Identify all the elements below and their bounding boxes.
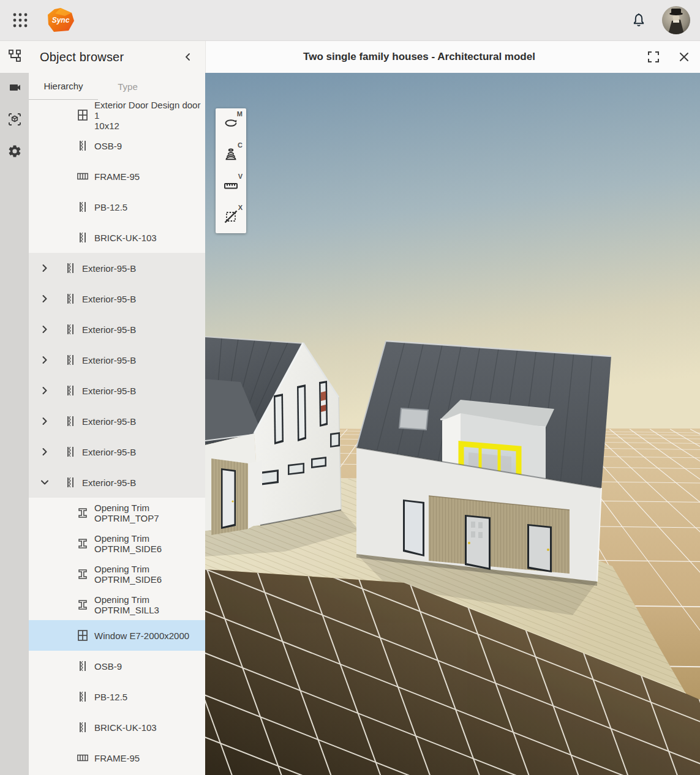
chevron-right-icon[interactable]	[40, 416, 50, 426]
wall-object-icon	[64, 415, 77, 427]
tree-item-label: Exterior-95-B	[82, 386, 136, 396]
scene-3d-canvas[interactable]: MCVX	[205, 73, 700, 775]
tree-item-label: BRICK-UK-103	[94, 722, 157, 733]
tree-item[interactable]: Exterior-95-B	[29, 467, 205, 498]
viewport-toolbar: MCVX	[216, 108, 246, 233]
tree-item-label: Opening TrimOPTRIM_SIDE6	[94, 564, 162, 585]
panel-tabs: Hierarchy Type	[29, 73, 205, 100]
avatar-mode-icon	[223, 146, 239, 165]
orbit-tool-button[interactable]: M	[216, 108, 246, 140]
trim-object-icon	[77, 599, 89, 611]
sidebar-item-settings[interactable]	[0, 137, 29, 168]
scene-skylight	[399, 408, 428, 430]
sync-logo[interactable]: Sync	[47, 7, 75, 33]
tree-item-label: FRAME-95	[94, 171, 140, 182]
tree-item[interactable]: PB-12.5	[29, 192, 205, 222]
tree-item-label: Window E7-2000x2000	[94, 631, 189, 641]
wall-object-icon	[77, 721, 89, 733]
chevron-right-icon[interactable]	[40, 386, 50, 395]
tree-item-label: PB-12.5	[94, 202, 127, 212]
chevron-right-icon[interactable]	[40, 294, 50, 304]
scene-left-house-extension	[211, 459, 262, 535]
orbit-icon	[223, 115, 239, 133]
tree-item[interactable]: OSB-9	[29, 130, 205, 161]
tree-item-label: OSB-9	[94, 661, 122, 672]
wall-object-icon	[64, 384, 77, 397]
cube-select-icon	[7, 112, 22, 129]
notifications-bell-icon[interactable]	[629, 10, 649, 30]
wall-object-icon	[77, 231, 89, 244]
window-object-icon	[77, 629, 89, 642]
tree-item[interactable]: Exterior-95-B	[29, 375, 205, 406]
tree-item[interactable]: PB-12.5	[29, 681, 205, 712]
tree-item[interactable]: Opening TrimOPTRIM_SILL3	[29, 590, 205, 620]
viewport-header: Two single family houses - Architectural…	[205, 41, 700, 73]
measure-ruler-icon	[223, 178, 239, 196]
trim-object-icon	[77, 568, 89, 580]
collapse-panel-icon[interactable]	[179, 48, 197, 66]
clip-plane-off-icon	[223, 209, 239, 227]
chevron-right-icon[interactable]	[40, 447, 50, 457]
chevron-down-icon[interactable]	[40, 477, 50, 487]
tree-item[interactable]: Opening TrimOPTRIM_TOP7	[29, 498, 205, 528]
chevron-right-icon[interactable]	[40, 324, 50, 334]
tree-item[interactable]: OSB-9	[29, 651, 205, 681]
tree-item[interactable]: Opening TrimOPTRIM_SIDE6	[29, 528, 205, 559]
tree-item[interactable]: Opening TrimOPTRIM_SIDE6	[29, 559, 205, 590]
trim-object-icon	[77, 507, 89, 519]
frame-object-icon	[77, 170, 89, 182]
application-window: Sync	[0, 0, 700, 775]
measure-ruler-tool-button[interactable]: V	[216, 171, 246, 202]
gear-icon	[7, 144, 22, 161]
sidebar-item-views[interactable]	[0, 73, 29, 105]
trim-object-icon	[77, 537, 89, 550]
wall-object-icon	[77, 201, 89, 213]
tree-item-label: Exterior-95-B	[82, 447, 136, 457]
tree-item[interactable]: FRAME-95	[29, 161, 205, 192]
tree-item[interactable]: Exterior-95-B	[29, 345, 205, 375]
tree-item[interactable]: Exterior-95-B	[29, 253, 205, 283]
chevron-right-icon[interactable]	[40, 355, 50, 365]
fullscreen-icon[interactable]	[645, 48, 662, 66]
sidebar-item-object-browser[interactable]	[0, 41, 29, 73]
tree-item[interactable]: Exterior-95-B	[29, 283, 205, 314]
panel-title: Object browser	[40, 50, 179, 64]
wall-object-icon	[64, 476, 77, 489]
tree-item-label: Exterior-95-B	[82, 294, 136, 304]
shortcut-key-label: V	[238, 173, 243, 180]
video-camera-icon	[7, 80, 22, 97]
tree-item-label: Exterior-95-B	[82, 324, 136, 335]
wall-object-icon	[77, 140, 89, 152]
object-tree: Exterior Door Design door 110x12OSB-9FRA…	[29, 100, 205, 775]
clip-plane-off-tool-button[interactable]: X	[216, 202, 246, 233]
viewport-title: Two single family houses - Architectural…	[206, 51, 633, 63]
shortcut-key-label: X	[238, 204, 243, 211]
chevron-right-icon[interactable]	[40, 263, 50, 273]
wall-object-icon	[64, 262, 77, 274]
tree-item-label: Exterior Door Design door 110x12	[94, 100, 205, 131]
tree-item-label: PB-12.5	[94, 692, 127, 702]
tab-type[interactable]: Type	[98, 73, 157, 100]
tree-item-label: Opening TrimOPTRIM_TOP7	[94, 503, 159, 523]
tree-item[interactable]: BRICK-UK-103	[29, 222, 205, 253]
avatar-mode-tool-button[interactable]: C	[216, 140, 246, 171]
tree-item[interactable]: FRAME-95	[29, 743, 205, 773]
user-avatar[interactable]	[662, 6, 690, 34]
frame-object-icon	[77, 752, 89, 764]
tree-item[interactable]: Exterior Door Design door 110x12	[29, 100, 205, 130]
app-grid-icon[interactable]	[10, 10, 31, 31]
tree-item[interactable]: Exterior-95-B	[29, 406, 205, 436]
hierarchy-icon	[8, 49, 21, 65]
close-icon[interactable]	[676, 48, 693, 66]
tree-item[interactable]: Exterior-95-B	[29, 314, 205, 345]
model-viewport: Two single family houses - Architectural…	[205, 41, 700, 775]
sidebar-item-model-select[interactable]	[0, 105, 29, 137]
scene-right-house[interactable]	[356, 341, 611, 586]
tree-item-label: Opening TrimOPTRIM_SILL3	[94, 594, 159, 615]
tree-item[interactable]: Exterior-95-B	[29, 436, 205, 467]
top-app-bar: Sync	[0, 0, 700, 41]
tab-hierarchy[interactable]: Hierarchy	[29, 73, 98, 100]
tree-item[interactable]: BRICK-UK-103	[29, 712, 205, 743]
tree-item[interactable]: Window E7-2000x2000	[29, 620, 205, 651]
window-object-icon	[77, 109, 89, 121]
